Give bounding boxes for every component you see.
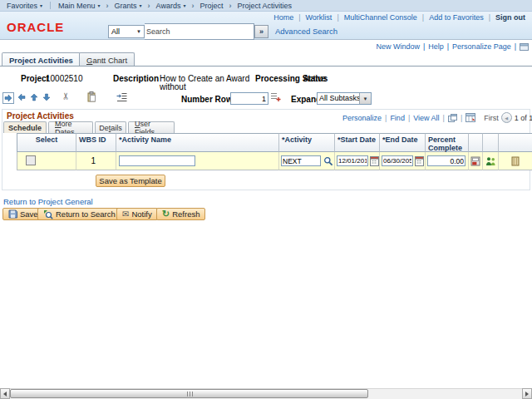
resources-icon[interactable] xyxy=(485,156,496,166)
breadcrumb-main-menu[interactable]: Main Menu ▾ xyxy=(58,2,101,10)
start-date-calendar-icon[interactable] xyxy=(370,155,379,166)
cell-end-date xyxy=(380,152,426,170)
cell-start-date xyxy=(335,152,380,170)
caret-down-icon: ▾ xyxy=(98,2,101,8)
cell-select xyxy=(17,152,76,170)
return-to-search-icon xyxy=(43,209,53,219)
activity-detail-icon[interactable] xyxy=(470,156,480,166)
return-to-project-general-link[interactable]: Return to Project General xyxy=(3,197,93,206)
tab-gantt-chart[interactable]: Gantt Chart xyxy=(79,52,135,66)
processing-status-value: Active xyxy=(303,74,326,83)
cell-resources-icon xyxy=(483,152,499,170)
wbs-id-value: 1 xyxy=(91,156,96,165)
column-header-select: Select xyxy=(17,133,76,152)
start-date-input[interactable] xyxy=(337,155,368,166)
subtab-details[interactable]: Details xyxy=(95,121,126,133)
expand-select[interactable]: All Subtasks ▼ xyxy=(317,92,372,105)
end-date-calendar-icon[interactable] xyxy=(415,155,424,166)
subtab-more-dates[interactable]: More Dates xyxy=(48,121,93,133)
worklist-link[interactable]: Worklist xyxy=(306,13,332,22)
breadcrumb-project[interactable]: Project xyxy=(200,2,223,10)
personalize-page-link[interactable]: Personalize Page xyxy=(452,42,511,51)
breadcrumb-favorites-label: Favorites xyxy=(7,2,37,10)
row-select-checkbox[interactable] xyxy=(26,155,36,165)
caret-down-icon: ▾ xyxy=(140,2,142,8)
cell-wbs-id: 1 xyxy=(76,152,116,170)
new-window-link[interactable]: New Window xyxy=(376,42,420,51)
search-scope-select[interactable]: All ▼ xyxy=(108,25,145,38)
move-left-icon[interactable] xyxy=(17,93,26,101)
caret-down-icon: ▾ xyxy=(183,2,185,8)
refresh-button[interactable]: ↻ Refresh xyxy=(156,208,205,220)
find-link[interactable]: Find xyxy=(390,114,405,122)
save-as-template-button[interactable]: Save as Template xyxy=(96,175,165,187)
breadcrumb-awards[interactable]: Awards ▾ xyxy=(156,2,186,10)
tab-baseline xyxy=(0,66,532,66)
horizontal-scrollbar-thumb[interactable] xyxy=(10,389,368,398)
column-header-activity: *Activity xyxy=(279,133,335,152)
notify-button[interactable]: ✉ Notify xyxy=(116,208,158,220)
sign-out-link[interactable]: Sign out xyxy=(495,13,525,22)
cell-detail-icon xyxy=(469,152,483,170)
move-down-icon[interactable] xyxy=(42,93,51,101)
percent-complete-input[interactable] xyxy=(427,155,466,166)
first-label: First xyxy=(484,114,499,122)
add-to-favorites-link[interactable]: Add to Favorites xyxy=(429,13,484,22)
previous-row-button[interactable]: ◀ xyxy=(501,112,512,123)
scrollbar-grip xyxy=(190,392,190,397)
return-to-search-button[interactable]: Return to Search xyxy=(37,208,121,220)
move-right-icon[interactable] xyxy=(2,92,14,104)
personalize-link[interactable]: Personalize xyxy=(342,114,382,122)
dropdown-arrow-icon: ▼ xyxy=(136,29,141,34)
refresh-icon: ↻ xyxy=(162,209,170,219)
search-input[interactable] xyxy=(145,23,254,40)
indent-icon[interactable] xyxy=(116,92,127,102)
home-link[interactable]: Home xyxy=(273,13,293,22)
cell-activity xyxy=(279,152,335,170)
column-header-blank-2 xyxy=(483,133,499,152)
move-up-icon[interactable] xyxy=(30,93,38,101)
cell-activity-name xyxy=(116,152,279,170)
scroll-right-button[interactable] xyxy=(522,388,532,399)
zoom-grid-icon[interactable] xyxy=(448,114,457,122)
help-link[interactable]: Help xyxy=(428,42,444,51)
breadcrumb-divider xyxy=(50,2,51,9)
subtab-user-fields[interactable]: User Fields xyxy=(128,121,175,133)
insert-multiple-rows-icon[interactable] xyxy=(270,91,281,102)
breadcrumb-project-activities[interactable]: Project Activities xyxy=(238,2,293,10)
breadcrumb-separator: › xyxy=(148,2,150,10)
peoplesoft-window: Favorites ▾ Main Menu ▾ › Grants ▾ › Awa… xyxy=(0,0,532,399)
end-date-input[interactable] xyxy=(382,155,413,166)
view-all-link[interactable]: View All xyxy=(413,114,439,122)
activity-input[interactable] xyxy=(281,155,321,166)
breadcrumb-favorites[interactable]: Favorites ▾ xyxy=(7,2,42,10)
column-header-start-date: *Start Date xyxy=(335,133,380,152)
download-grid-icon[interactable] xyxy=(466,113,475,122)
advanced-search-link[interactable]: Advanced Search xyxy=(275,27,337,36)
activity-lookup-icon[interactable] xyxy=(323,156,333,166)
column-header-wbs-id: WBS ID xyxy=(76,133,116,152)
search-bar: All ▼ » Advanced Search xyxy=(108,24,337,38)
subtab-schedule[interactable]: Schedule xyxy=(3,121,47,133)
project-value: 10002510 xyxy=(46,74,83,83)
multichannel-console-link[interactable]: MultiChannel Console xyxy=(344,13,417,22)
http-window-icon[interactable] xyxy=(520,42,529,51)
dropdown-arrow-icon: ▼ xyxy=(359,93,371,104)
number-rows-input[interactable] xyxy=(230,92,268,105)
column-header-activity-name: *Activity Name xyxy=(116,133,279,152)
tab-project-activities[interactable]: Project Activities xyxy=(2,52,81,66)
scroll-left-button[interactable] xyxy=(0,388,10,399)
breadcrumb-grants[interactable]: Grants ▾ xyxy=(115,2,142,10)
search-go-button[interactable]: » xyxy=(254,25,268,38)
breadcrumb-separator: › xyxy=(191,2,194,10)
paste-icon[interactable] xyxy=(87,91,96,102)
description-label: Description xyxy=(113,74,159,83)
column-header-end-date: *End Date xyxy=(380,133,426,152)
activity-name-input[interactable] xyxy=(119,155,195,166)
breadcrumb: Favorites ▾ Main Menu ▾ › Grants ▾ › Awa… xyxy=(0,0,532,12)
row-counter: 1 of 1 xyxy=(515,114,532,122)
cut-icon[interactable]: ✂ xyxy=(62,92,71,100)
column-header-blank-1 xyxy=(469,133,483,152)
notes-icon[interactable] xyxy=(511,156,520,166)
breadcrumb-separator: › xyxy=(106,2,109,10)
